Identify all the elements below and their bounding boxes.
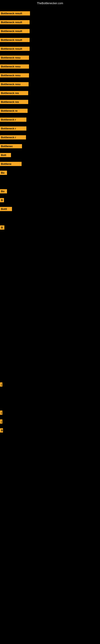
bottleneck-badge: Bott — [0, 153, 11, 157]
bottleneck-badge: Bo — [0, 189, 7, 194]
bottleneck-badge: | — [0, 410, 2, 415]
bottleneck-badge: Bottleneck result — [0, 11, 30, 16]
bottleneck-badge: Bottleneck result — [0, 20, 30, 24]
bottleneck-badge: B — [0, 198, 4, 202]
bottleneck-badge: Bottleneck resu — [0, 64, 29, 69]
bottleneck-badge: | — [0, 420, 2, 424]
bottleneck-badge: Bottleneck r — [0, 126, 26, 130]
bottleneck-badge: Bottlene — [0, 162, 22, 166]
bottleneck-badge: Bottlenec — [0, 144, 22, 148]
bottleneck-badge: Bottleneck resu — [0, 73, 29, 78]
site-title: TheBottlenecker.com — [37, 2, 63, 5]
bottleneck-badge: Bottleneck re — [0, 109, 28, 113]
bottleneck-badge: Bottleneck result — [0, 38, 30, 42]
bottleneck-badge: B — [0, 226, 4, 230]
bottleneck-badge: | — [0, 382, 2, 386]
bottleneck-badge: Bottleneck result — [0, 29, 30, 33]
bottleneck-badge: Bottleneck r — [0, 135, 26, 140]
bottleneck-badge: Bottleneck resu — [0, 56, 29, 60]
bottleneck-badge: Bottleneck resu — [0, 82, 29, 86]
bottleneck-badge: Bottl — [0, 207, 12, 211]
bottleneck-badge: Bottleneck result — [0, 47, 30, 51]
bottleneck-badge: Bottleneck res — [0, 100, 28, 104]
bottleneck-badge: Bo — [0, 171, 7, 175]
bottleneck-badge: B — [0, 428, 3, 432]
bottleneck-badge: Bottleneck res — [0, 91, 28, 95]
bottleneck-badge: Bottleneck r — [0, 118, 26, 122]
